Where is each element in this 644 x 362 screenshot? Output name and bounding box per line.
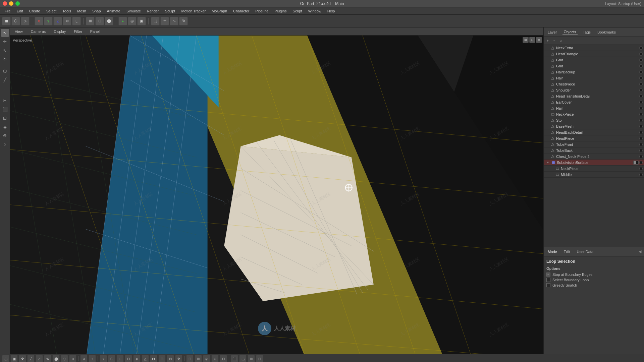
mode-collapse-btn[interactable]: ◀ [639,249,641,254]
menu-help[interactable]: Help [325,8,338,14]
menu-sculpt[interactable]: Sculpt [162,8,178,14]
bt-btn-2[interactable]: ▣ [10,355,18,362]
bt-btn-9[interactable]: ⊕ [69,355,76,362]
menu-pipeline[interactable]: Pipeline [253,8,271,14]
obj-visibility-dot[interactable] [639,155,643,158]
obj-visibility-dot[interactable] [639,70,643,74]
tb2-panel[interactable]: Panel [88,29,102,34]
obj-visibility-dot[interactable] [639,125,643,128]
object-item-headbackdetail[interactable]: ▶HeadBackDetail [544,129,644,135]
close-button[interactable] [3,1,7,6]
bt-btn-21[interactable]: ✤ [175,355,182,362]
objects-list[interactable]: ▶NeckExtra▶HeadTriangle▶Grid▶Grid▶HairBa… [544,45,644,247]
toolbar-snap-btn[interactable]: ⊞ [86,17,95,25]
toolbar-render-btn[interactable]: ● [118,17,127,25]
bt-btn-16[interactable]: ◈ [133,355,141,362]
toolbar-move-btn[interactable]: ✛ [160,17,169,25]
obj-visibility-dot[interactable] [639,131,643,134]
tb2-filter[interactable]: Filter [71,29,85,34]
bt-btn-11[interactable]: + [89,355,96,362]
toolbar-anim-btn[interactable]: ▷ [21,17,30,25]
obj-visibility-dot[interactable] [639,64,643,68]
toolbar-grid-btn[interactable]: ⊟ [95,17,104,25]
toolbar-z-btn[interactable]: Z [53,17,62,25]
menu-window[interactable]: Window [306,8,324,14]
object-item-basemesh[interactable]: ▶BaseMesh [544,123,644,129]
mode-tab-mode[interactable]: Mode [546,249,558,254]
bt-btn-14[interactable]: □ [116,355,124,362]
left-tool-edge[interactable]: ╱ [1,76,9,84]
obj-visibility-dot[interactable] [639,88,643,92]
toolbar-rot-btn[interactable]: ↻ [179,17,188,25]
vp-ctrl-3[interactable]: ≡ [536,37,542,43]
bt-btn-25[interactable]: ⊕ [211,355,219,362]
bt-btn-23[interactable]: ⊞ [195,355,202,362]
object-item-neckextra[interactable]: ▶NeckExtra [544,45,644,51]
left-tool-extrude[interactable]: ⊡ [1,114,9,122]
vp-ctrl-2[interactable]: □ [529,37,535,43]
menu-animate[interactable]: Animate [104,8,123,14]
menu-select[interactable]: Select [44,8,59,14]
menu-character[interactable]: Character [230,8,252,14]
toolbar-scale-btn[interactable]: ⤡ [170,17,178,25]
menu-edit[interactable]: Edit [14,8,26,14]
bt-btn-10[interactable]: ∧ [80,355,88,362]
toolbar-renderset-btn[interactable]: ◎ [128,17,137,25]
obj-visibility-dot[interactable] [639,58,643,62]
obj-visibility-dot[interactable] [639,95,643,98]
bt-btn-18[interactable]: ⧓ [150,355,157,362]
object-item-earcover[interactable]: ▶EarCover [544,99,644,105]
obj-tb-search[interactable]: ⌕ [558,38,564,44]
obj-color-swatch[interactable] [633,161,639,165]
toolbar-mesh-btn[interactable]: ⬡ [11,17,20,25]
bt-btn-27[interactable]: ⬛ [231,355,238,362]
object-item-chest_neck-piece.2[interactable]: ▶Chest_Neck Piece.2 [544,154,644,160]
object-item-hair[interactable]: ▶Hair [544,105,644,111]
bt-btn-1[interactable]: ⬚ [2,355,9,362]
bt-btn-13[interactable]: ⬡ [108,355,115,362]
bt-btn-6[interactable]: ⟲ [44,355,51,362]
menu-mograph[interactable]: MoGraph [209,8,230,14]
bt-btn-8[interactable]: ◌ [61,355,68,362]
object-item-hair[interactable]: ▶Hair [544,75,644,81]
object-item-shoulder[interactable]: ▶Shoulder [544,87,644,93]
object-item-grid[interactable]: ▶Grid [544,63,644,69]
menu-file[interactable]: File [2,8,13,14]
bt-btn-19[interactable]: ⊞ [158,355,166,362]
toolbar-renderpreview-btn[interactable]: ▣ [137,17,146,25]
left-tool-bridge[interactable]: ⬛ [1,105,9,113]
toolbar-y-btn[interactable]: Y [44,17,53,25]
bt-btn-22[interactable]: ⊟ [186,355,194,362]
tb2-view[interactable]: View [12,29,25,34]
menu-motion-tracker[interactable]: Motion Tracker [178,8,208,14]
bt-btn-3[interactable]: ✤ [19,355,26,362]
left-tool-scale[interactable]: ⤡ [1,46,9,54]
object-item-chestpiece[interactable]: ▶ChestPiece [544,81,644,87]
toolbar-x-btn[interactable]: X [35,17,43,25]
object-item-headtransitiondetail[interactable]: ▶HeadTransitionDetail [544,93,644,99]
bt-btn-20[interactable]: ⊠ [167,355,174,362]
left-tool-bevel[interactable]: ◈ [1,123,9,131]
menu-simulate[interactable]: Simulate [124,8,144,14]
left-tool-rotate[interactable]: ↻ [1,55,9,63]
bt-btn-24[interactable]: ◎ [203,355,210,362]
left-tool-ring[interactable]: ○ [1,140,9,148]
obj-visibility-dot[interactable] [639,101,643,104]
obj-visibility-dot[interactable] [639,113,643,116]
left-tool-move[interactable]: ✛ [1,38,9,46]
left-tool-knife[interactable]: ✂ [1,97,9,105]
object-item-headtriangle[interactable]: ▶HeadTriangle [544,51,644,57]
object-item-middle[interactable]: ▶Middle [544,172,644,178]
obj-visibility-dot[interactable] [639,173,643,176]
bt-btn-26[interactable]: ⊡ [220,355,227,362]
left-tool-point[interactable]: · [1,84,9,93]
obj-tb-new[interactable]: + [545,38,550,44]
menu-mesh[interactable]: Mesh [74,8,89,14]
bt-btn-28[interactable]: ⬚ [239,355,247,362]
bt-btn-5[interactable]: ↗ [36,355,43,362]
obj-visibility-dot[interactable] [639,52,643,56]
toolbar-model-btn[interactable]: ◼ [2,17,11,25]
left-tool-loop[interactable]: ⊕ [1,131,9,139]
bt-btn-12[interactable]: ▷ [100,355,107,362]
obj-tab-bookmarks[interactable]: Bookmarks [596,29,617,35]
